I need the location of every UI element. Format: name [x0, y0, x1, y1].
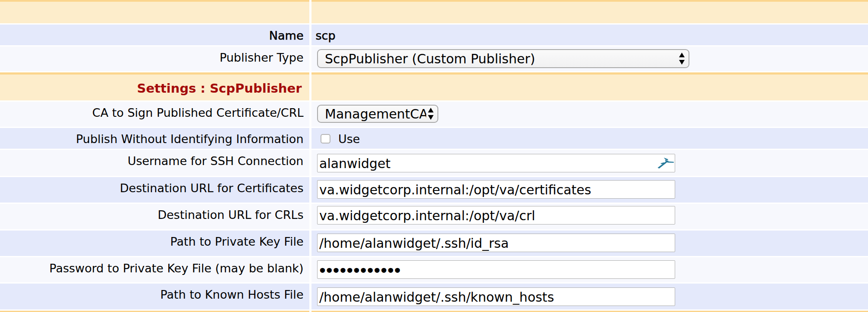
username-row: Username for SSH Connection — [0, 150, 868, 176]
password-cell — [311, 257, 868, 282]
section-band-top-right — [311, 0, 868, 23]
private-key-cell — [311, 231, 868, 256]
crl-url-cell — [311, 204, 868, 229]
known-hosts-cell — [311, 284, 868, 309]
section-band-top — [0, 0, 868, 23]
ca-cell: ManagementCA — [311, 102, 868, 127]
anonymize-cell: Use — [311, 128, 868, 149]
publisher-type-select[interactable]: ScpPublisher (Custom Publisher) — [317, 49, 689, 68]
private-key-label: Path to Private Key File — [0, 231, 309, 256]
private-key-row: Path to Private Key File — [0, 231, 868, 256]
password-row: Password to Private Key File (may be bla… — [0, 257, 868, 282]
cert-url-row: Destination URL for Certificates — [0, 177, 868, 203]
crl-url-label: Destination URL for CRLs — [0, 204, 309, 229]
section-band-top-left — [0, 0, 309, 23]
crl-url-row: Destination URL for CRLs — [0, 204, 868, 229]
publisher-type-row: Publisher Type ScpPublisher (Custom Publ… — [0, 47, 868, 71]
edit-publisher-page: Name scp Publisher Type ScpPublisher (Cu… — [0, 0, 868, 312]
settings-section-row: Settings : ScpPublisher — [0, 72, 868, 100]
cert-url-label: Destination URL for Certificates — [0, 177, 309, 203]
anonymize-label: Publish Without Identifying Information — [0, 128, 309, 149]
name-value: scp — [311, 25, 868, 45]
cert-url-input[interactable] — [317, 180, 675, 199]
publisher-type-cell: ScpPublisher (Custom Publisher) — [311, 47, 868, 71]
password-label: Password to Private Key File (may be bla… — [0, 257, 309, 282]
username-label: Username for SSH Connection — [0, 150, 309, 176]
name-row: Name scp — [0, 25, 868, 45]
anonymize-row: Publish Without Identifying Information … — [0, 128, 868, 149]
use-checkbox-label: Use — [338, 132, 360, 146]
settings-section-title: Settings : ScpPublisher — [137, 81, 302, 96]
password-input[interactable] — [317, 260, 675, 279]
name-label: Name — [0, 25, 309, 45]
ca-row: CA to Sign Published Certificate/CRL Man… — [0, 102, 868, 127]
ca-label: CA to Sign Published Certificate/CRL — [0, 102, 309, 127]
settings-section-cell: Settings : ScpPublisher — [0, 72, 309, 100]
username-cell — [311, 150, 868, 176]
cert-url-cell — [311, 177, 868, 203]
crl-url-input[interactable] — [317, 206, 675, 225]
private-key-input[interactable] — [317, 234, 675, 252]
known-hosts-label: Path to Known Hosts File — [0, 284, 309, 309]
known-hosts-row: Path to Known Hosts File — [0, 284, 868, 309]
publisher-type-label: Publisher Type — [0, 47, 309, 71]
settings-section-right — [311, 72, 868, 100]
ca-select[interactable]: ManagementCA — [317, 105, 438, 123]
use-checkbox[interactable] — [321, 134, 330, 144]
username-input[interactable] — [317, 154, 675, 172]
known-hosts-input[interactable] — [317, 287, 675, 306]
